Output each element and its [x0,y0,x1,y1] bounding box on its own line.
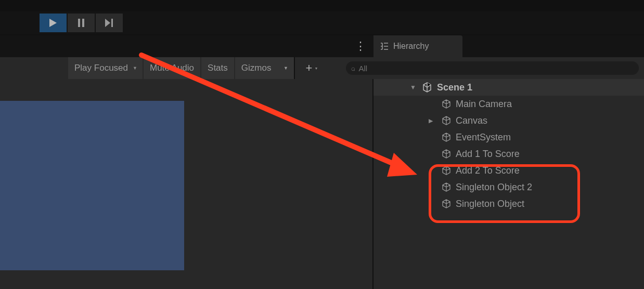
pause-button[interactable] [68,14,95,32]
create-dropdown-button[interactable]: + [300,61,323,75]
tabs-row: ⋮ Hierarchy [0,35,644,57]
svg-rect-1 [82,19,84,27]
gameobject-cube-icon [441,115,452,126]
tab-hierarchy[interactable]: Hierarchy [373,35,462,57]
hierarchy-icon [380,42,389,50]
gameobject-cube-icon [441,149,452,159]
kebab-menu-icon[interactable]: ⋮ [355,40,366,53]
hierarchy-item-label: Add 2 To Score [456,165,520,176]
svg-rect-2 [111,19,113,27]
hierarchy-search-input[interactable]: ⌕ All [346,61,639,75]
hierarchy-item[interactable]: Singleton Object 2 [373,179,644,195]
scene-row[interactable]: ▼ Scene 1 [373,79,644,96]
gameobject-cube-icon [441,132,452,142]
hierarchy-item[interactable]: Add 2 To Score [373,162,644,179]
hierarchy-item[interactable]: ▶ Canvas [373,112,644,129]
hierarchy-item-label: Singleton Object 2 [456,182,532,193]
hierarchy-item[interactable]: EventSystem [373,129,644,146]
play-button[interactable] [40,14,67,32]
mute-audio-button[interactable]: Mute Audio [144,57,200,79]
stats-button[interactable]: Stats [201,57,234,79]
hierarchy-item-label: Singleton Object [456,199,524,209]
hierarchy-item-label: EventSystem [456,132,511,143]
step-button[interactable] [96,14,123,32]
game-viewport[interactable] [0,101,184,270]
gizmos-button[interactable]: Gizmos [235,57,278,79]
gameobject-cube-icon [441,99,452,109]
scene-name: Scene 1 [437,82,472,93]
hierarchy-item[interactable]: Main Camera [373,96,644,112]
foldout-right-icon[interactable]: ▶ [429,117,433,124]
tab-hierarchy-label: Hierarchy [393,42,429,51]
hierarchy-item-label: Canvas [456,115,487,126]
search-icon: ⌕ [351,64,355,72]
hierarchy-panel: ▼ Scene 1 Main Camera ▶ Canvas EventSyst… [373,79,644,289]
hierarchy-item-label: Add 1 To Score [456,149,520,160]
hierarchy-item-label: Main Camera [456,99,512,110]
foldout-down-icon[interactable]: ▼ [410,84,416,91]
gameobject-cube-icon [441,182,452,192]
svg-rect-0 [78,19,80,27]
hierarchy-item[interactable]: Add 1 To Score [373,146,644,162]
gameobject-cube-icon [441,199,452,209]
hierarchy-item[interactable]: Singleton Object [373,195,644,212]
gameobject-cube-icon [441,165,452,176]
search-placeholder: All [358,64,367,73]
game-view-panel [0,79,372,289]
playback-toolbar [0,11,644,34]
unity-logo-icon [421,82,433,93]
play-focused-dropdown[interactable]: Play Focused [68,57,143,79]
gizmos-dropdown-button[interactable]: ▼ [277,57,294,79]
secondary-toolbar: Play Focused Mute Audio Stats Gizmos ▼ +… [0,57,644,79]
hierarchy-toolbar: + ⌕ All [294,57,644,79]
